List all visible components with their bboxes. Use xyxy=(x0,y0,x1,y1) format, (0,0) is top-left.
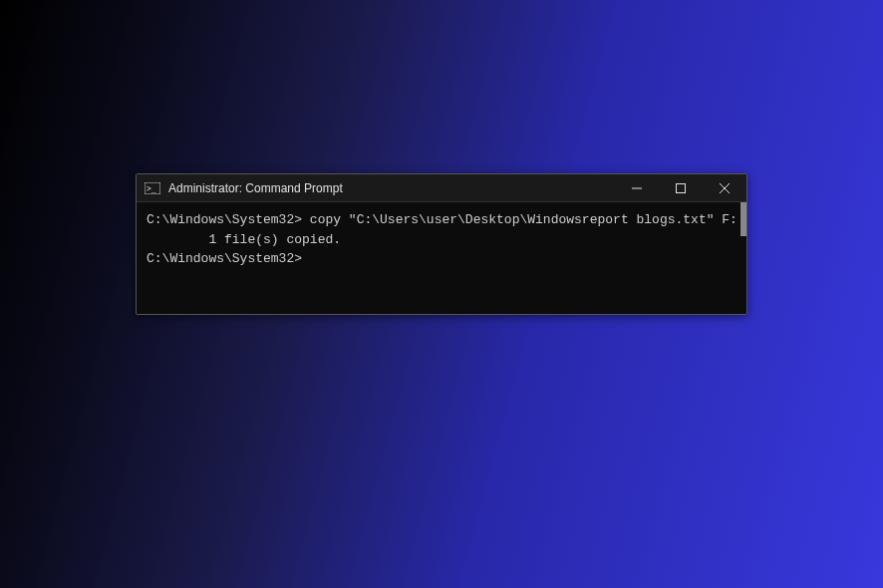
terminal-line: C:\Windows\System32> copy "C:\Users\user… xyxy=(147,210,736,230)
terminal-output[interactable]: C:\Windows\System32> copy "C:\Users\user… xyxy=(137,202,746,314)
scrollbar-thumb[interactable] xyxy=(740,202,746,236)
close-button[interactable] xyxy=(703,174,746,201)
command-prompt-window: >_ Administrator: Command Prompt xyxy=(136,173,747,315)
maximize-button[interactable] xyxy=(659,174,703,201)
minimize-button[interactable] xyxy=(615,174,659,201)
svg-rect-3 xyxy=(677,183,686,192)
window-controls xyxy=(615,174,746,201)
window-title: Administrator: Command Prompt xyxy=(168,181,615,195)
svg-text:>_: >_ xyxy=(147,184,156,193)
terminal-line: 1 file(s) copied. xyxy=(147,230,736,250)
titlebar[interactable]: >_ Administrator: Command Prompt xyxy=(137,174,746,202)
terminal-line: C:\Windows\System32> xyxy=(147,249,736,269)
cmd-icon: >_ xyxy=(145,181,160,195)
